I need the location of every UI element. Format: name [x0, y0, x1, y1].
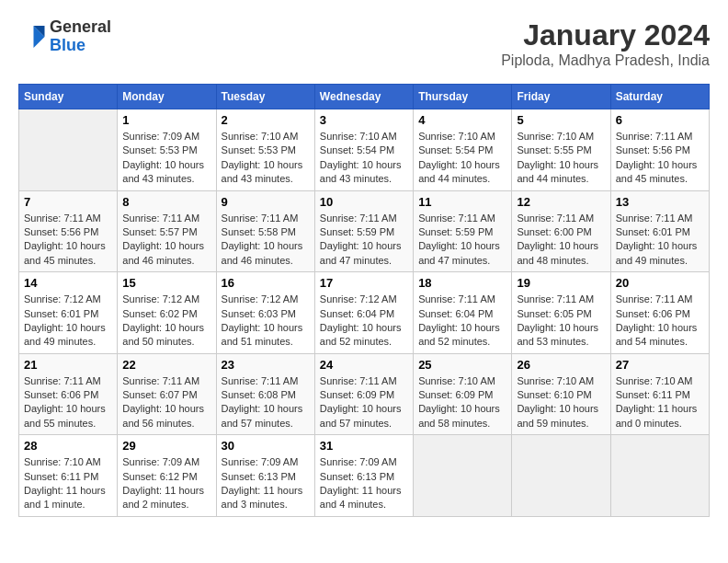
calendar-cell: 17Sunrise: 7:12 AM Sunset: 6:04 PM Dayli…	[314, 272, 413, 354]
day-number: 15	[122, 276, 210, 290]
calendar-cell: 2Sunrise: 7:10 AM Sunset: 5:53 PM Daylig…	[216, 109, 314, 191]
week-row-4: 21Sunrise: 7:11 AM Sunset: 6:06 PM Dayli…	[19, 353, 710, 435]
calendar-cell: 4Sunrise: 7:10 AM Sunset: 5:54 PM Daylig…	[414, 109, 512, 191]
logo-blue-text: Blue	[50, 37, 111, 55]
day-number: 4	[418, 113, 506, 127]
calendar-cell: 19Sunrise: 7:11 AM Sunset: 6:05 PM Dayli…	[512, 272, 610, 354]
day-number: 25	[418, 358, 506, 372]
day-info: Sunrise: 7:10 AM Sunset: 6:11 PM Dayligh…	[616, 374, 704, 431]
day-number: 10	[320, 195, 408, 209]
calendar-cell: 22Sunrise: 7:11 AM Sunset: 6:07 PM Dayli…	[118, 353, 216, 435]
day-number: 8	[122, 195, 210, 209]
calendar-cell: 12Sunrise: 7:11 AM Sunset: 6:00 PM Dayli…	[512, 190, 610, 272]
day-info: Sunrise: 7:10 AM Sunset: 5:54 PM Dayligh…	[320, 130, 408, 187]
day-number: 26	[517, 358, 605, 372]
calendar-cell: 21Sunrise: 7:11 AM Sunset: 6:06 PM Dayli…	[19, 353, 118, 435]
header-cell-sunday: Sunday	[19, 85, 118, 109]
day-info: Sunrise: 7:09 AM Sunset: 6:13 PM Dayligh…	[222, 455, 310, 512]
calendar-header: SundayMondayTuesdayWednesdayThursdayFrid…	[19, 85, 710, 109]
day-info: Sunrise: 7:12 AM Sunset: 6:04 PM Dayligh…	[320, 293, 408, 350]
logo-icon	[18, 23, 46, 51]
calendar-cell: 15Sunrise: 7:12 AM Sunset: 6:02 PM Dayli…	[118, 272, 216, 354]
day-info: Sunrise: 7:10 AM Sunset: 6:09 PM Dayligh…	[418, 374, 506, 431]
calendar-cell: 7Sunrise: 7:11 AM Sunset: 5:56 PM Daylig…	[19, 190, 118, 272]
week-row-1: 1Sunrise: 7:09 AM Sunset: 5:53 PM Daylig…	[19, 109, 710, 191]
calendar-cell: 3Sunrise: 7:10 AM Sunset: 5:54 PM Daylig…	[314, 109, 413, 191]
header-cell-thursday: Thursday	[414, 85, 512, 109]
day-info: Sunrise: 7:11 AM Sunset: 6:05 PM Dayligh…	[517, 293, 605, 350]
day-info: Sunrise: 7:10 AM Sunset: 6:11 PM Dayligh…	[24, 455, 112, 512]
day-info: Sunrise: 7:11 AM Sunset: 5:56 PM Dayligh…	[24, 212, 112, 269]
day-number: 23	[222, 358, 310, 372]
day-number: 31	[320, 439, 408, 453]
day-number: 24	[320, 358, 408, 372]
day-info: Sunrise: 7:11 AM Sunset: 5:58 PM Dayligh…	[222, 212, 310, 269]
day-number: 6	[616, 113, 704, 127]
header-cell-wednesday: Wednesday	[314, 85, 413, 109]
logo-general-text: General	[50, 18, 111, 37]
day-number: 3	[320, 113, 408, 127]
day-number: 28	[24, 439, 112, 453]
calendar-cell: 5Sunrise: 7:10 AM Sunset: 5:55 PM Daylig…	[512, 109, 610, 191]
calendar-cell	[610, 435, 709, 517]
day-info: Sunrise: 7:10 AM Sunset: 5:54 PM Dayligh…	[418, 130, 506, 187]
header-cell-saturday: Saturday	[610, 85, 709, 109]
day-number: 18	[418, 276, 506, 290]
day-info: Sunrise: 7:11 AM Sunset: 6:07 PM Dayligh…	[122, 374, 210, 431]
calendar-cell: 30Sunrise: 7:09 AM Sunset: 6:13 PM Dayli…	[216, 435, 314, 517]
calendar-subtitle: Piploda, Madhya Pradesh, India	[501, 52, 710, 69]
day-info: Sunrise: 7:10 AM Sunset: 6:10 PM Dayligh…	[517, 374, 605, 431]
day-info: Sunrise: 7:11 AM Sunset: 5:59 PM Dayligh…	[418, 212, 506, 269]
calendar-cell: 27Sunrise: 7:10 AM Sunset: 6:11 PM Dayli…	[610, 353, 709, 435]
day-info: Sunrise: 7:11 AM Sunset: 6:04 PM Dayligh…	[418, 293, 506, 350]
header-row: SundayMondayTuesdayWednesdayThursdayFrid…	[19, 85, 710, 109]
day-number: 9	[222, 195, 310, 209]
day-number: 16	[222, 276, 310, 290]
day-number: 11	[418, 195, 506, 209]
calendar-cell: 8Sunrise: 7:11 AM Sunset: 5:57 PM Daylig…	[118, 190, 216, 272]
day-info: Sunrise: 7:11 AM Sunset: 6:06 PM Dayligh…	[24, 374, 112, 431]
day-number: 2	[222, 113, 310, 127]
header-cell-monday: Monday	[118, 85, 216, 109]
week-row-5: 28Sunrise: 7:10 AM Sunset: 6:11 PM Dayli…	[19, 435, 710, 517]
day-info: Sunrise: 7:09 AM Sunset: 6:12 PM Dayligh…	[122, 455, 210, 512]
calendar-cell: 29Sunrise: 7:09 AM Sunset: 6:12 PM Dayli…	[118, 435, 216, 517]
calendar-cell: 28Sunrise: 7:10 AM Sunset: 6:11 PM Dayli…	[19, 435, 118, 517]
calendar-cell: 23Sunrise: 7:11 AM Sunset: 6:08 PM Dayli…	[216, 353, 314, 435]
day-info: Sunrise: 7:10 AM Sunset: 5:53 PM Dayligh…	[222, 130, 310, 187]
day-number: 19	[517, 276, 605, 290]
day-number: 14	[24, 276, 112, 290]
day-info: Sunrise: 7:12 AM Sunset: 6:02 PM Dayligh…	[122, 293, 210, 350]
day-info: Sunrise: 7:11 AM Sunset: 6:09 PM Dayligh…	[320, 374, 408, 431]
day-info: Sunrise: 7:11 AM Sunset: 5:57 PM Dayligh…	[122, 212, 210, 269]
day-number: 7	[24, 195, 112, 209]
day-number: 21	[24, 358, 112, 372]
calendar-cell: 9Sunrise: 7:11 AM Sunset: 5:58 PM Daylig…	[216, 190, 314, 272]
day-info: Sunrise: 7:12 AM Sunset: 6:01 PM Dayligh…	[24, 293, 112, 350]
day-info: Sunrise: 7:09 AM Sunset: 5:53 PM Dayligh…	[122, 130, 210, 187]
day-info: Sunrise: 7:11 AM Sunset: 6:06 PM Dayligh…	[616, 293, 704, 350]
calendar-cell: 24Sunrise: 7:11 AM Sunset: 6:09 PM Dayli…	[314, 353, 413, 435]
calendar-cell: 10Sunrise: 7:11 AM Sunset: 5:59 PM Dayli…	[314, 190, 413, 272]
day-number: 13	[616, 195, 704, 209]
day-info: Sunrise: 7:10 AM Sunset: 5:55 PM Dayligh…	[517, 130, 605, 187]
week-row-2: 7Sunrise: 7:11 AM Sunset: 5:56 PM Daylig…	[19, 190, 710, 272]
calendar-cell: 13Sunrise: 7:11 AM Sunset: 6:01 PM Dayli…	[610, 190, 709, 272]
calendar-cell: 6Sunrise: 7:11 AM Sunset: 5:56 PM Daylig…	[610, 109, 709, 191]
day-info: Sunrise: 7:11 AM Sunset: 5:56 PM Dayligh…	[616, 130, 704, 187]
logo: General Blue	[18, 18, 111, 55]
calendar-cell: 1Sunrise: 7:09 AM Sunset: 5:53 PM Daylig…	[118, 109, 216, 191]
calendar-cell: 11Sunrise: 7:11 AM Sunset: 5:59 PM Dayli…	[414, 190, 512, 272]
day-number: 20	[616, 276, 704, 290]
title-block: January 2024 Piploda, Madhya Pradesh, In…	[501, 18, 710, 69]
calendar-cell: 14Sunrise: 7:12 AM Sunset: 6:01 PM Dayli…	[19, 272, 118, 354]
day-number: 29	[122, 439, 210, 453]
day-number: 1	[122, 113, 210, 127]
day-info: Sunrise: 7:11 AM Sunset: 5:59 PM Dayligh…	[320, 212, 408, 269]
day-info: Sunrise: 7:12 AM Sunset: 6:03 PM Dayligh…	[222, 293, 310, 350]
header-cell-friday: Friday	[512, 85, 610, 109]
day-number: 5	[517, 113, 605, 127]
day-info: Sunrise: 7:11 AM Sunset: 6:00 PM Dayligh…	[517, 212, 605, 269]
calendar-cell: 26Sunrise: 7:10 AM Sunset: 6:10 PM Dayli…	[512, 353, 610, 435]
calendar-cell: 16Sunrise: 7:12 AM Sunset: 6:03 PM Dayli…	[216, 272, 314, 354]
